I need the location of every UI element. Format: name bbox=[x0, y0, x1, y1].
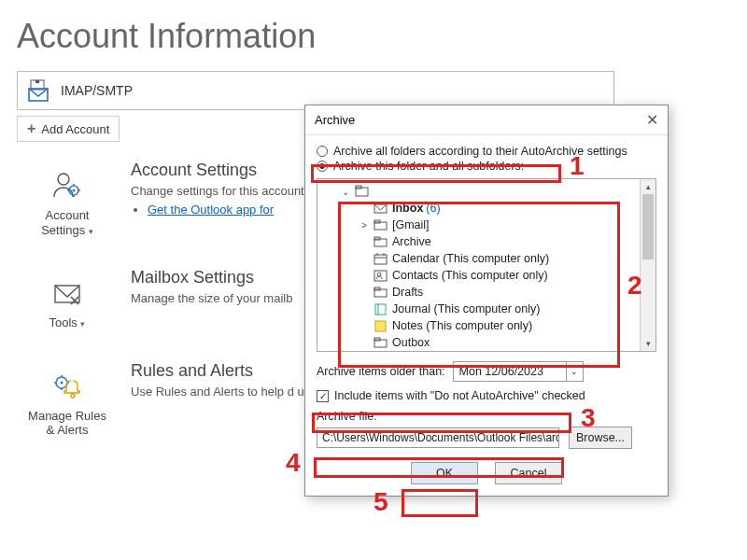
folder-icon bbox=[374, 235, 388, 248]
folder-name: [Gmail] bbox=[392, 218, 430, 231]
folder-name: Outbox bbox=[392, 336, 430, 349]
date-picker[interactable]: Mon 12/06/2023 ⌄ bbox=[453, 361, 584, 382]
chevron-down-icon: ▾ bbox=[89, 227, 93, 236]
folder-item[interactable]: Inbox(6) bbox=[321, 200, 636, 217]
add-account-label: Add Account bbox=[41, 122, 109, 136]
account-settings-tile[interactable]: Account Settings ▾ bbox=[17, 161, 118, 247]
page-title: Account Information bbox=[0, 0, 747, 65]
radio-icon bbox=[317, 146, 328, 157]
tile-label: Account Settings bbox=[41, 208, 89, 237]
account-type: IMAP/SMTP bbox=[61, 83, 133, 98]
archive-file-input[interactable]: C:\Users\Windows\Documents\Outlook Files… bbox=[317, 427, 559, 448]
archive-file-label: Archive file: bbox=[317, 410, 656, 423]
folder-icon bbox=[374, 336, 388, 349]
note-icon bbox=[374, 319, 388, 332]
ok-button[interactable]: OK bbox=[411, 462, 478, 484]
tree-root[interactable]: ⌄ bbox=[321, 183, 636, 200]
chevron-down-icon[interactable]: ⌄ bbox=[566, 362, 583, 381]
folder-count: (6) bbox=[426, 202, 440, 215]
chevron-down-icon: ▾ bbox=[80, 319, 85, 329]
journal-icon bbox=[374, 302, 388, 315]
folder-item[interactable]: Calendar (This computer only) bbox=[321, 250, 636, 267]
checkbox-label: Include items with "Do not AutoArchive" … bbox=[334, 389, 585, 402]
manage-rules-tile[interactable]: Manage Rules & Alerts bbox=[17, 361, 118, 448]
close-icon[interactable]: ✕ bbox=[646, 111, 658, 129]
tile-label: Manage Rules & Alerts bbox=[18, 405, 117, 447]
svg-point-3 bbox=[58, 174, 69, 185]
user-gear-icon bbox=[18, 167, 117, 204]
svg-point-30 bbox=[377, 273, 381, 276]
folder-icon bbox=[374, 286, 388, 299]
plus-icon: + bbox=[27, 120, 35, 137]
folder-name: Journal (This computer only) bbox=[392, 302, 540, 315]
svg-point-5 bbox=[73, 189, 76, 192]
scroll-up-icon[interactable]: ▴ bbox=[641, 179, 655, 194]
add-account-button[interactable]: + Add Account bbox=[17, 116, 120, 142]
folder-icon bbox=[355, 185, 370, 198]
archive-dialog: Archive ✕ Archive all folders according … bbox=[304, 105, 669, 497]
contact-icon bbox=[374, 269, 388, 282]
mail-icon bbox=[374, 202, 388, 215]
folder-name: Contacts (This computer only) bbox=[392, 269, 548, 282]
cancel-button[interactable]: Cancel bbox=[495, 462, 562, 484]
radio-label: Archive this folder and all subfolders: bbox=[333, 160, 524, 173]
radio-label: Archive all folders according to their A… bbox=[333, 145, 627, 158]
svg-rect-35 bbox=[375, 321, 386, 331]
scroll-down-icon[interactable]: ▾ bbox=[641, 336, 655, 351]
include-checkbox-row[interactable]: ✓ Include items with "Do not AutoArchive… bbox=[317, 389, 656, 402]
date-value: Mon 12/06/2023 bbox=[454, 365, 566, 378]
dialog-title: Archive bbox=[315, 113, 355, 127]
folder-name: Archive bbox=[392, 235, 431, 248]
older-than-label: Archive items older than: bbox=[317, 365, 445, 378]
folder-name: Calendar (This computer only) bbox=[392, 252, 549, 265]
section-desc: Change settings for this account Get the… bbox=[131, 183, 304, 217]
mailbox-icon bbox=[27, 77, 53, 104]
folder-icon bbox=[374, 218, 388, 231]
radio-this-folder[interactable]: Archive this folder and all subfolders: bbox=[317, 160, 656, 173]
cal-icon bbox=[374, 252, 388, 265]
checkbox-icon: ✓ bbox=[317, 390, 329, 402]
svg-point-12 bbox=[61, 381, 63, 384]
folder-item[interactable]: Archive bbox=[321, 233, 636, 250]
tile-label: Tools bbox=[49, 315, 78, 329]
svg-point-17 bbox=[71, 394, 75, 398]
folder-item[interactable]: Outbox bbox=[321, 334, 636, 351]
radio-icon bbox=[317, 161, 328, 172]
get-outlook-app-link[interactable]: Get the Outlook app for bbox=[148, 203, 274, 217]
svg-rect-25 bbox=[374, 255, 387, 264]
svg-rect-33 bbox=[375, 304, 386, 315]
tools-tile[interactable]: Tools ▾ bbox=[17, 268, 118, 341]
browse-button[interactable]: Browse... bbox=[569, 427, 632, 449]
folder-item[interactable]: Drafts bbox=[321, 284, 636, 301]
section-heading: Account Settings bbox=[131, 161, 304, 180]
folder-item[interactable]: >[Gmail] bbox=[321, 217, 636, 233]
annotation-num-4: 4 bbox=[286, 448, 301, 478]
scroll-thumb[interactable] bbox=[642, 194, 654, 259]
folder-item[interactable]: Journal (This computer only) bbox=[321, 301, 636, 317]
folder-name: Drafts bbox=[392, 286, 423, 299]
folder-item[interactable]: Notes (This computer only) bbox=[321, 317, 636, 334]
folder-name: Notes (This computer only) bbox=[392, 319, 532, 332]
folder-tree: ⌄ Inbox(6)>[Gmail]ArchiveCalendar (This … bbox=[317, 178, 656, 352]
folder-item[interactable]: Contacts (This computer only) bbox=[321, 267, 636, 284]
section-desc: Manage the size of your mailb bbox=[131, 290, 292, 307]
folder-name: Inbox bbox=[392, 202, 423, 215]
radio-all-folders[interactable]: Archive all folders according to their A… bbox=[317, 145, 656, 158]
section-heading: Mailbox Settings bbox=[131, 268, 292, 287]
tools-icon bbox=[18, 274, 117, 312]
svg-rect-1 bbox=[35, 80, 39, 83]
scrollbar[interactable]: ▴ ▾ bbox=[640, 179, 655, 351]
bell-gear-icon bbox=[18, 368, 117, 405]
